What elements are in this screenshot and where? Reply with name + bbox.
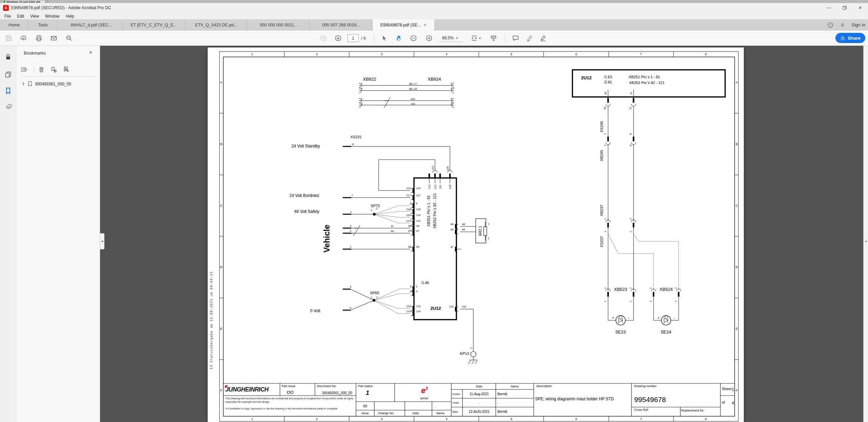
delete-bookmark-icon[interactable]: [38, 66, 45, 73]
menu-file[interactable]: File: [1, 14, 14, 19]
previous-page-icon: [320, 35, 327, 42]
schematic-lines: [215, 50, 743, 422]
share-button[interactable]: Share: [835, 33, 865, 43]
e3-series-logo: e3: [418, 386, 431, 395]
main-area: Bookmarks ✕ 300493361_000_00 E3 Statusüb…: [0, 46, 868, 422]
panel-collapse-arrow-right[interactable]: ◀: [864, 233, 868, 249]
bookmark-item[interactable]: 300493361_000_00: [20, 81, 97, 88]
bookmarks-panel-title: Bookmarks: [24, 51, 46, 56]
vm-tab-title: Windows 10 und 22Hz x64: [6, 0, 40, 3]
bookmarks-panel-icon[interactable]: [4, 87, 12, 95]
panel-collapse-arrow-left[interactable]: ◀: [100, 233, 105, 249]
bookmark-icon: [27, 81, 33, 87]
toolbar: / 4 86.5% Share: [0, 31, 868, 46]
svg-text:?: ?: [829, 23, 831, 27]
chevron-down-icon[interactable]: [478, 35, 482, 42]
pdf-page[interactable]: E3 Statusübergabe am 12:08:2021 um 09:44…: [208, 47, 744, 422]
share-icon: [840, 36, 845, 41]
left-rail: [0, 46, 16, 422]
menu-view[interactable]: View: [27, 14, 42, 19]
comment-icon[interactable]: [512, 35, 519, 42]
print-icon[interactable]: [35, 35, 42, 42]
email-icon[interactable]: [50, 35, 57, 42]
security-lock-icon[interactable]: [4, 53, 12, 61]
notifications-bell-icon[interactable]: [839, 22, 846, 28]
tab-doc-1[interactable]: INHALT_d.pdf (SEC...: [60, 19, 122, 31]
restore-button[interactable]: [837, 3, 852, 13]
zoom-in-icon[interactable]: [426, 35, 433, 42]
sign-icon[interactable]: [540, 35, 547, 42]
zoom-level-value: 86.5%: [442, 36, 454, 40]
menu-window[interactable]: Window: [42, 14, 63, 19]
tab-doc-4[interactable]: 000 000 000 0021...: [248, 19, 310, 31]
splice-sp70: [373, 213, 376, 216]
tab-doc-active-label: E99549678.pdf (SE...: [380, 23, 421, 27]
search-icon[interactable]: [65, 35, 73, 42]
tab-doc-5[interactable]: 005 007 268 0019...: [310, 19, 372, 31]
bookmark-options-icon[interactable]: [21, 66, 28, 73]
toolbar-divider: [374, 34, 375, 42]
save-icon: [5, 35, 12, 42]
vm-host-strip: Windows 10 und 22Hz x64 ×: [0, 0, 868, 3]
tab-doc-active[interactable]: E99549678.pdf (SE... ✕: [373, 19, 435, 31]
tab-tools[interactable]: Tools: [29, 19, 57, 31]
page-total-label: / 4: [361, 36, 365, 41]
next-page-icon[interactable]: [335, 35, 342, 42]
page-number-input[interactable]: [347, 34, 359, 42]
window-title: E99549678.pdf (SECURED) - Adobe Acrobat …: [11, 5, 111, 10]
vm-tab-close-icon[interactable]: ×: [47, 0, 49, 3]
document-canvas[interactable]: E3 Statusübergabe am 12:08:2021 um 09:44…: [100, 46, 863, 422]
vm-icon: [3, 1, 5, 3]
right-tools-strip[interactable]: ◀: [863, 46, 868, 422]
tab-doc-2[interactable]: ET [ETV_C_ETV_Q_E...: [123, 19, 185, 31]
acrobat-app-icon: A: [3, 5, 9, 11]
expand-current-bookmark-icon[interactable]: [63, 66, 70, 73]
chevron-down-icon: [456, 37, 458, 39]
minimize-button[interactable]: —: [821, 3, 837, 13]
tab-close-icon[interactable]: ✕: [424, 23, 427, 27]
menu-edit[interactable]: Edit: [14, 14, 27, 19]
page-display-icon[interactable]: [490, 35, 497, 42]
new-bookmark-icon[interactable]: [50, 66, 57, 73]
jungheinrich-logo: JUNGHEINRICH: [225, 386, 268, 393]
zoom-level-dropdown[interactable]: 86.5%: [438, 34, 462, 42]
tab-doc-3[interactable]: ETV_Q_0423 DE.pd...: [185, 19, 247, 31]
tab-home[interactable]: Home: [0, 19, 29, 31]
panel-toolbar-divider: [34, 67, 34, 73]
disclaimer-text-1: This drawing with technical informations…: [225, 397, 354, 404]
toolbar-divider: [505, 34, 505, 42]
titlebar: A E99549678.pdf (SECURED) - Adobe Acroba…: [0, 3, 868, 13]
menubar: File Edit View Window Help: [0, 13, 868, 19]
sign-in-button[interactable]: Sign In: [852, 22, 865, 27]
attachments-paperclip-icon[interactable]: [4, 103, 12, 110]
menu-help[interactable]: Help: [63, 14, 77, 19]
drawing-sheet: 1234567812345678ABCDEFABCDEFXB922XB92411…: [215, 50, 743, 422]
highlight-icon[interactable]: [526, 35, 533, 42]
vm-tab[interactable]: Windows 10 und 22Hz x64: [2, 0, 45, 3]
bookmarks-panel: Bookmarks ✕ 300493361_000_00: [16, 46, 100, 422]
upload-cloud-icon[interactable]: [20, 35, 27, 42]
help-icon[interactable]: ?: [827, 22, 833, 28]
hand-tool-icon[interactable]: [395, 35, 402, 42]
fit-width-icon[interactable]: [471, 35, 478, 42]
tabbar: Home Tools INHALT_d.pdf (SEC... ET [ETV_…: [0, 19, 868, 31]
panel-separator: [20, 76, 96, 77]
page-thumbnails-icon[interactable]: [4, 71, 12, 78]
zoom-out-icon[interactable]: [410, 35, 417, 42]
share-button-label: Share: [848, 36, 861, 41]
splice-sp60: [373, 299, 375, 302]
chevron-right-icon[interactable]: [21, 82, 25, 86]
close-button[interactable]: ✕: [852, 3, 868, 13]
bookmark-item-label: 300493361_000_00: [35, 82, 71, 86]
panel-close-icon[interactable]: ✕: [89, 50, 92, 55]
select-tool-icon[interactable]: [380, 35, 388, 42]
disclaimer-text-2: It is forbidden to copy, reproduce or us…: [225, 407, 354, 410]
